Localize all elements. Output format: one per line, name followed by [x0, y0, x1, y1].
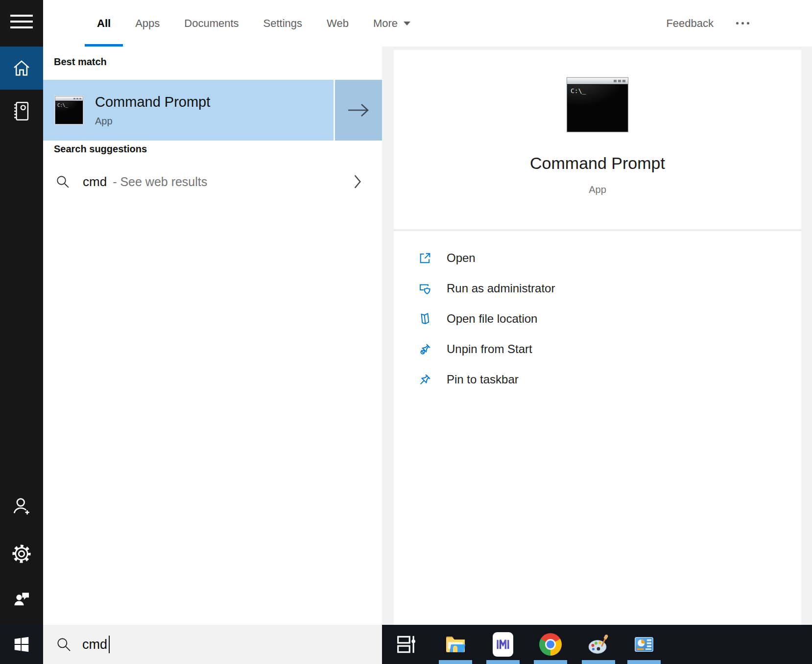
expand-result-button[interactable] — [335, 80, 382, 141]
search-filter-bar: All Apps Documents Settings Web More Fee… — [43, 0, 812, 47]
tab-all[interactable]: All — [85, 0, 123, 47]
running-indicator — [582, 660, 615, 664]
sidebar-item-home[interactable] — [0, 47, 43, 90]
start-search-screen: All Apps Documents Settings Web More Fee… — [0, 0, 812, 664]
file-explorer-icon — [444, 633, 467, 656]
system-management-button[interactable] — [632, 633, 656, 656]
hamburger-icon — [10, 11, 33, 32]
file-explorer-button[interactable] — [444, 633, 467, 656]
chrome-button[interactable] — [539, 633, 562, 656]
context-actions: Open Run as administrator — [394, 243, 801, 395]
results-panel: Best match C:\_ Command Prompt App Searc… — [43, 47, 382, 625]
chrome-icon — [539, 633, 562, 656]
ellipsis-icon[interactable] — [736, 22, 749, 24]
tab-settings[interactable]: Settings — [251, 0, 315, 47]
action-open-file-location[interactable]: Open file location — [394, 304, 801, 334]
chevron-right-icon — [354, 174, 361, 190]
preview-title: Command Prompt — [394, 154, 801, 173]
notebook-icon — [12, 101, 31, 121]
tab-apps[interactable]: Apps — [123, 0, 172, 47]
search-results-area: Best match C:\_ Command Prompt App Searc… — [43, 47, 812, 625]
suggestion-query: cmd — [83, 174, 107, 190]
running-indicator — [439, 660, 472, 664]
search-icon — [55, 174, 70, 189]
unpin-icon — [417, 341, 433, 357]
filter-tabs: All Apps Documents Settings Web More — [85, 0, 423, 47]
taskbar — [382, 625, 812, 664]
search-input[interactable]: cmd — [43, 625, 382, 664]
divider — [394, 229, 801, 231]
taskbar-row: cmd — [0, 625, 812, 664]
running-indicator — [486, 660, 520, 664]
gear-icon — [11, 544, 32, 564]
m-app-button[interactable] — [491, 633, 515, 656]
action-open[interactable]: Open — [394, 243, 801, 273]
best-match-result[interactable]: C:\_ Command Prompt App — [43, 80, 334, 141]
chevron-down-icon — [403, 21, 411, 26]
system-management-icon — [633, 633, 655, 656]
add-user-icon — [11, 496, 32, 516]
home-icon — [12, 58, 31, 78]
command-prompt-icon-large: C:\_ — [567, 77, 628, 132]
command-prompt-icon: C:\_ — [55, 96, 83, 124]
m-app-icon — [493, 632, 513, 657]
tab-more[interactable]: More — [361, 0, 423, 47]
running-indicator — [627, 660, 661, 664]
launch-icon — [417, 250, 433, 266]
preview-panel: C:\_ Command Prompt App Open — [394, 50, 801, 625]
task-view-button[interactable] — [395, 633, 418, 656]
person-chat-icon — [12, 589, 31, 609]
folder-icon — [417, 311, 433, 327]
best-match-header: Best match — [54, 56, 107, 68]
best-match-type: App — [95, 116, 210, 127]
task-view-icon — [396, 634, 417, 655]
hamburger-menu-button[interactable] — [0, 0, 43, 43]
preview-type: App — [394, 184, 801, 195]
pin-icon — [417, 372, 433, 387]
search-query-text: cmd — [82, 637, 107, 652]
suggestions-header: Search suggestions — [54, 143, 147, 155]
sidebar-item-journal[interactable] — [0, 90, 43, 133]
paint-icon — [587, 633, 610, 656]
sidebar-item-add-account[interactable] — [0, 484, 43, 527]
feedback-button[interactable]: Feedback — [666, 17, 714, 30]
start-button[interactable] — [0, 625, 43, 664]
best-match-title: Command Prompt — [95, 94, 210, 110]
admin-shield-icon — [417, 281, 433, 296]
sidebar-item-feedback[interactable] — [0, 577, 43, 620]
action-run-as-administrator[interactable]: Run as administrator — [394, 273, 801, 304]
start-sidebar — [0, 0, 43, 625]
right-arrow-icon — [347, 102, 370, 118]
running-indicator — [534, 660, 567, 664]
tab-documents[interactable]: Documents — [172, 0, 251, 47]
web-suggestion-row[interactable]: cmd - See web results — [43, 165, 382, 198]
action-unpin-from-start[interactable]: Unpin from Start — [394, 334, 801, 364]
topbar-right: Feedback — [666, 17, 812, 30]
sidebar-item-settings[interactable] — [0, 532, 43, 575]
text-cursor — [109, 636, 110, 653]
windows-logo-icon — [13, 636, 30, 653]
suggestion-hint: - See web results — [113, 175, 207, 189]
paint-button[interactable] — [587, 633, 610, 656]
search-icon — [56, 637, 72, 652]
action-pin-to-taskbar[interactable]: Pin to taskbar — [394, 364, 801, 395]
tab-web[interactable]: Web — [314, 0, 361, 47]
